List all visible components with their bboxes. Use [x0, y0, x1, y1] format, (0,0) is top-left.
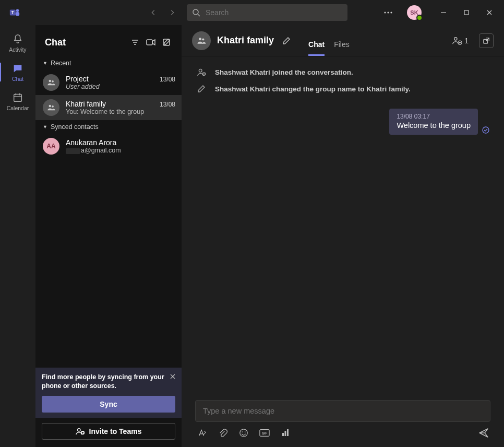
invite-to-teams-button[interactable]: Invite to Teams — [42, 423, 175, 440]
svg-point-28 — [77, 429, 80, 431]
svg-point-25 — [52, 105, 54, 108]
svg-point-24 — [49, 105, 52, 108]
emoji-button[interactable] — [238, 427, 249, 439]
more-options-button[interactable] — [380, 4, 397, 21]
svg-point-46 — [245, 431, 246, 432]
search-box[interactable] — [187, 4, 347, 21]
window-minimize-button[interactable] — [432, 0, 455, 25]
svg-point-33 — [202, 38, 204, 40]
chat-list-panel: Chat ▼ Recent Project 13/08 User added K… — [35, 25, 182, 447]
chat-icon — [11, 62, 24, 75]
poll-button[interactable] — [280, 427, 291, 439]
conversation-body: Shashwat Khatri joined the conversation.… — [182, 56, 504, 400]
message-composer[interactable] — [195, 400, 490, 422]
svg-rect-51 — [287, 429, 289, 436]
system-message: Shashwat Khatri changed the group name t… — [195, 80, 490, 97]
chat-name: Khatri family — [66, 100, 160, 108]
pencil-icon — [195, 83, 208, 95]
chat-item-khatri-family[interactable]: Khatri family 13/08 You: Welcome to the … — [35, 95, 182, 120]
sync-promo-close-button[interactable] — [167, 371, 178, 382]
search-icon — [192, 8, 200, 17]
system-message-text: Shashwat Khatri changed the group name t… — [215, 85, 411, 93]
tab-files[interactable]: Files — [334, 40, 350, 56]
message-row-outgoing: 13/08 03:17 Welcome to the group — [195, 109, 490, 135]
rail-label: Activity — [9, 46, 26, 53]
svg-point-45 — [242, 431, 243, 432]
caret-down-icon: ▼ — [43, 124, 47, 130]
popout-chat-button[interactable] — [479, 33, 494, 48]
rail-label: Chat — [12, 76, 23, 82]
rail-chat[interactable]: Chat — [0, 57, 35, 87]
section-label-text: Synced contacts — [51, 123, 99, 131]
sync-promo-card: Find more people by syncing from your ph… — [35, 368, 182, 418]
new-chat-button[interactable] — [159, 34, 174, 50]
svg-point-6 — [384, 11, 386, 13]
titlebar: T SK — [0, 0, 504, 25]
svg-text:T: T — [11, 10, 14, 15]
system-message-text: Shashwat Khatri joined the conversation. — [215, 68, 353, 76]
svg-point-22 — [49, 80, 52, 83]
message-timestamp: 13/08 03:17 — [397, 113, 471, 120]
nav-back-button[interactable] — [145, 4, 162, 21]
svg-point-43 — [483, 127, 489, 133]
group-avatar-icon — [43, 99, 59, 116]
send-button[interactable] — [478, 427, 489, 439]
conversation-header: Khatri family Chat Files 1 — [182, 25, 504, 56]
sync-button[interactable]: Sync — [42, 396, 175, 413]
participants-button[interactable]: 1 — [452, 36, 469, 45]
attach-button[interactable] — [217, 427, 229, 439]
window-close-button[interactable] — [478, 0, 501, 25]
nav-forward-button[interactable] — [164, 4, 181, 21]
contact-email: a@gmail.com — [66, 147, 175, 154]
tab-chat[interactable]: Chat — [308, 40, 325, 56]
rail-activity[interactable]: Activity — [0, 28, 35, 57]
contact-item[interactable]: AA Anukaran Arora a@gmail.com — [35, 134, 182, 159]
caret-down-icon: ▼ — [43, 61, 47, 66]
avatar-initials: SK — [410, 9, 418, 16]
svg-text:GIF: GIF — [262, 431, 268, 435]
gif-button[interactable]: GIF — [259, 427, 270, 439]
conversation-panel: Khatri family Chat Files 1 Shashwat Khat… — [182, 25, 504, 447]
svg-point-39 — [199, 69, 202, 72]
chat-date: 13/08 — [160, 76, 175, 83]
people-add-icon — [452, 36, 462, 45]
invite-people-icon — [76, 427, 85, 436]
system-message: Shashwat Khatri joined the conversation. — [195, 64, 490, 80]
svg-point-32 — [199, 38, 201, 40]
svg-point-23 — [52, 80, 54, 83]
search-input[interactable] — [206, 8, 342, 17]
format-button[interactable] — [196, 427, 208, 439]
svg-line-5 — [198, 14, 200, 16]
svg-point-34 — [454, 37, 457, 40]
conversation-title: Khatri family — [217, 35, 274, 46]
composer-area: GIF — [182, 400, 504, 447]
filter-button[interactable] — [127, 34, 143, 50]
section-recent[interactable]: ▼ Recent — [35, 56, 182, 70]
message-bubble[interactable]: 13/08 03:17 Welcome to the group — [389, 109, 478, 135]
contact-name: Anukaran Arora — [66, 138, 175, 147]
chat-list-title: Chat — [45, 37, 127, 48]
person-add-icon — [195, 66, 208, 78]
message-sent-status-icon — [482, 126, 490, 135]
window-maximize-button[interactable] — [455, 0, 478, 25]
calendar-icon — [11, 91, 24, 104]
message-text: Welcome to the group — [397, 121, 471, 130]
svg-point-4 — [193, 9, 198, 15]
message-input[interactable] — [203, 407, 483, 415]
svg-rect-20 — [147, 40, 152, 45]
rail-calendar[interactable]: Calendar — [0, 87, 35, 116]
svg-point-2 — [16, 9, 19, 12]
presence-available-icon — [416, 15, 423, 21]
rail-label: Calendar — [7, 105, 29, 111]
sync-promo-text: Find more people by syncing from your ph… — [42, 373, 175, 391]
bell-icon — [11, 33, 24, 45]
meet-now-button[interactable] — [143, 34, 159, 50]
chat-preview: User added — [66, 83, 175, 90]
section-synced-contacts[interactable]: ▼ Synced contacts — [35, 120, 182, 134]
svg-rect-10 — [464, 10, 469, 15]
rename-group-button[interactable] — [280, 34, 293, 47]
svg-point-7 — [387, 11, 389, 13]
chat-item-project[interactable]: Project 13/08 User added — [35, 70, 182, 95]
chat-date: 13/08 — [160, 101, 175, 108]
profile-avatar[interactable]: SK — [407, 5, 422, 20]
